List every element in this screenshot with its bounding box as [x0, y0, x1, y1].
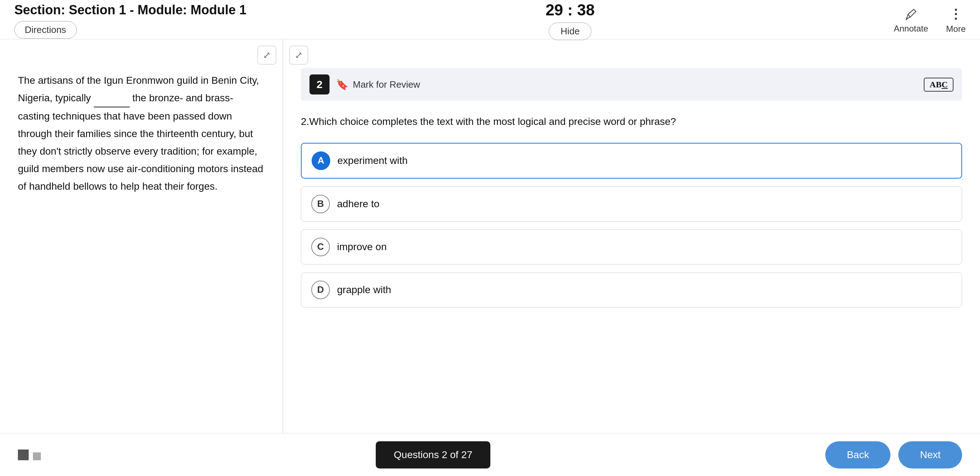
next-button[interactable]: Next [898, 441, 962, 468]
expand-right-icon: ⤢ [295, 50, 303, 61]
more-action[interactable]: ⋮ More [946, 7, 966, 34]
answer-choice-b[interactable]: Badhere to [301, 186, 962, 222]
page-title: Section: Section 1 - Module: Module 1 [14, 3, 247, 17]
choice-letter-c: C [311, 238, 330, 256]
choice-text-d: grapple with [337, 284, 391, 296]
annotate-action[interactable]: Annotate [894, 7, 928, 33]
choice-letter-b: B [311, 195, 330, 213]
question-header-bar: 2 🔖 Mark for Review ABC [301, 68, 962, 101]
directions-button[interactable]: Directions [14, 21, 76, 39]
annotate-label: Annotate [894, 24, 928, 33]
logo-square-dark [18, 449, 29, 460]
timer-display: 29 : 38 [546, 1, 595, 19]
more-label: More [946, 24, 966, 34]
choice-letter-a: A [312, 151, 330, 170]
footer-logo [18, 449, 41, 460]
question-number-badge: 2 [309, 75, 329, 95]
choice-letter-d: D [311, 281, 330, 299]
footer: Questions 2 of 27 Back Next [0, 433, 980, 476]
choice-text-b: adhere to [337, 198, 379, 210]
right-panel: ⤢ 2 🔖 Mark for Review ABC 2.Which choice… [283, 40, 980, 433]
left-panel: ⤢ The artisans of the Igun Eronmwon guil… [0, 40, 283, 433]
choice-text-a: experiment with [337, 155, 407, 167]
passage-blank [94, 89, 130, 107]
answer-choice-d[interactable]: Dgrapple with [301, 272, 962, 308]
passage-text: The artisans of the Igun Eronmwon guild … [18, 71, 265, 195]
expand-left-icon: ⤢ [263, 50, 271, 61]
header-left: Section: Section 1 - Module: Module 1 Di… [14, 3, 247, 39]
abc-badge[interactable]: ABC [924, 78, 953, 92]
expand-right-button[interactable]: ⤢ [290, 46, 308, 64]
questions-indicator: Questions 2 of 27 [376, 441, 490, 468]
hide-button[interactable]: Hide [549, 22, 591, 40]
logo-square-light [33, 452, 41, 460]
main-content: ⤢ The artisans of the Igun Eronmwon guil… [0, 40, 980, 433]
question-text: 2.Which choice completes the text with t… [301, 114, 962, 130]
annotate-icon [904, 7, 918, 21]
choice-text-c: improve on [337, 241, 387, 253]
header-right: Annotate ⋮ More [894, 7, 966, 34]
footer-navigation: Back Next [825, 441, 962, 468]
back-button[interactable]: Back [825, 441, 891, 468]
answer-choice-c[interactable]: Cimprove on [301, 229, 962, 265]
answer-choices: Aexperiment withBadhere toCimprove onDgr… [301, 143, 962, 308]
bookmark-icon: 🔖 [336, 79, 348, 90]
more-icon: ⋮ [949, 7, 963, 22]
header: Section: Section 1 - Module: Module 1 Di… [0, 0, 980, 40]
expand-left-button[interactable]: ⤢ [258, 46, 276, 64]
answer-choice-a[interactable]: Aexperiment with [301, 143, 962, 179]
mark-for-review-button[interactable]: 🔖 Mark for Review [336, 79, 924, 90]
header-center: 29 : 38 Hide [546, 1, 595, 40]
